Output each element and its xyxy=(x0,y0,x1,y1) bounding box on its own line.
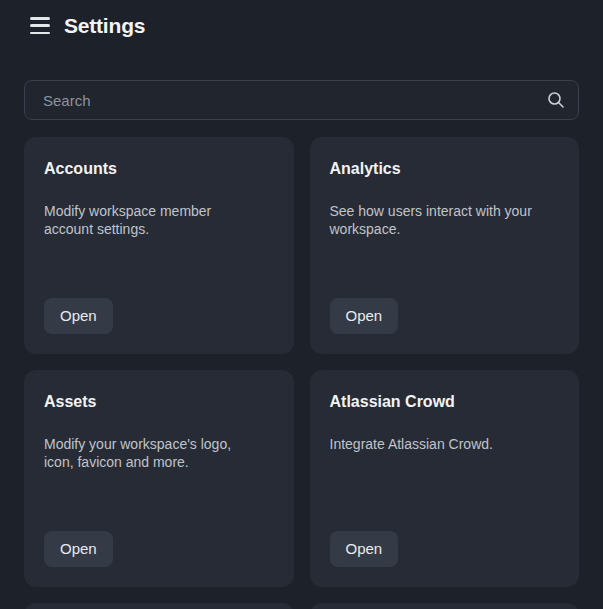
search-input[interactable] xyxy=(24,80,579,120)
open-button-accounts[interactable]: Open xyxy=(44,298,113,334)
open-button-atlassian-crowd[interactable]: Open xyxy=(330,531,399,567)
card-analytics: Analytics See how users interact with yo… xyxy=(310,137,580,354)
card-title: Atlassian Crowd xyxy=(330,392,455,412)
header: Settings xyxy=(0,0,603,38)
card-description: Modify your workspace's logo, icon, favi… xyxy=(44,436,256,471)
open-button-analytics[interactable]: Open xyxy=(330,298,399,334)
card-atlassian-crowd: Atlassian Crowd Integrate Atlassian Crow… xyxy=(310,370,580,587)
card-title: Accounts xyxy=(44,159,117,179)
card-partial-right xyxy=(310,603,580,609)
card-description: See how users interact with your workspa… xyxy=(330,203,542,238)
card-partial-left xyxy=(24,603,294,609)
card-accounts: Accounts Modify workspace member account… xyxy=(24,137,294,354)
search-bar xyxy=(24,80,579,120)
card-description: Integrate Atlassian Crowd. xyxy=(330,436,493,454)
card-title: Analytics xyxy=(330,159,401,179)
card-title: Assets xyxy=(44,392,96,412)
card-assets: Assets Modify your workspace's logo, ico… xyxy=(24,370,294,587)
card-description: Modify workspace member account settings… xyxy=(44,203,256,238)
hamburger-icon xyxy=(30,17,50,20)
menu-button[interactable] xyxy=(30,17,50,34)
page-title: Settings xyxy=(64,13,145,38)
settings-card-grid: Accounts Modify workspace member account… xyxy=(24,137,579,609)
open-button-assets[interactable]: Open xyxy=(44,531,113,567)
